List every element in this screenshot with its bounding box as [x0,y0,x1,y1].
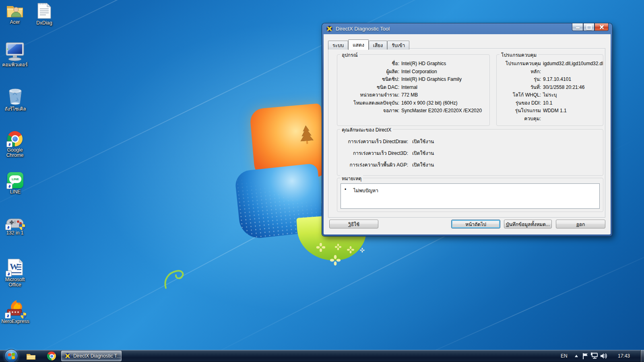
notes-listbox[interactable]: • ไม่พบปัญหา [341,183,600,209]
explorer-taskbar-icon[interactable] [26,351,36,361]
desktop: Acer DxDiag คอมพิวเตอร์ [0,0,644,362]
driver-row: รุ่น:9.17.10.4101 [499,76,602,84]
network-tray-icon[interactable] [589,351,600,361]
shortcut-arrow-icon [5,224,11,230]
next-page-button[interactable]: หน้าถัดไป [451,220,500,228]
desktop-icon-recycle-bin[interactable]: ถังรีไซเคิล [2,87,28,112]
desktop-icon-line[interactable]: LINE LINE [2,172,28,195]
field-label: รุ่น: [499,76,541,84]
minimize-icon [576,27,580,29]
device-row: ชนิด DAC:Internal [340,84,487,92]
line-icon-text: LINE [9,175,21,183]
flower-sparkle-icon [335,244,341,250]
notes-group: • ไม่พบปัญหา [337,178,603,212]
user-folder-icon [6,3,24,19]
maximize-icon [586,25,592,30]
tab-strip: ระบบ แสดง เสียง รับเข้า [328,39,409,49]
field-label: รุ่นโปรแกรมควบคุม: [499,107,541,123]
volume-tray-icon[interactable] [599,351,609,361]
desktop-icon-label: ถังรีไซเคิล [4,107,26,112]
device-row: ชื่อ:Intel(R) HD Graphics [340,60,487,68]
field-value: 9.17.10.4101 [543,76,571,84]
field-value: ไม่ระบุ [543,91,557,99]
field-value: igdumd32.dll,igd10umd32.dll,igd [543,60,603,76]
chrome-icon [47,352,56,360]
field-label: การเร่งความเร็ว DirectDraw: [340,136,408,148]
desktop-icon-132-in-1[interactable]: 132 in 1 [0,217,29,236]
dxdiag-window[interactable]: DirectX Diagnostic Tool ระบบ แสดง เสียง … [322,23,612,236]
directx-icon [64,353,71,359]
desktop-icon-label: Microsoft Office [0,277,29,288]
help-button[interactable]: วิธีใช้ [329,220,378,228]
taskbar-button-dxdiag[interactable]: DirectX Diagnostic T... [61,351,122,361]
feature-row: การเร่งความเร็ว DirectDraw:เปิดใช้งาน [340,136,601,148]
save-all-information-button[interactable]: บันทึกข้อมูลทั้งหมด... [504,220,552,228]
green-curl-decoration [163,265,187,290]
shortcut-arrow-icon [6,271,12,277]
desktop-icon-acer[interactable]: Acer [2,3,27,25]
field-label: รุ่นของ DDI: [499,99,541,107]
desktop-icon-computer[interactable]: คอมพิวเตอร์ [0,42,29,68]
tab-system[interactable]: ระบบ [328,41,348,49]
desktop-icon-dxdiag[interactable]: DxDiag [32,2,57,26]
field-value: Internal [401,84,417,92]
device-row: ผู้ผลิต:Intel Corporation [340,68,487,76]
tab-input[interactable]: รับเข้า [387,41,409,49]
network-icon [590,352,599,360]
shortcut-arrow-icon [6,141,12,147]
start-button[interactable] [4,349,18,362]
directx-icon [326,25,333,32]
desktop-icon-label: NeroExpress [1,319,29,324]
tab-sound[interactable]: เสียง [369,41,387,49]
window-client-area: ระบบ แสดง เสียง รับเข้า ชื่อ:Intel(R) HD… [324,34,611,234]
tab-display[interactable]: แสดง [348,39,369,50]
field-value: WDDM 1.1 [543,107,567,123]
field-value: Intel(R) HD Graphics [401,60,446,68]
desktop-icon-neroexpress[interactable]: NeroExpress [0,299,31,324]
desktop-icon-label: 132 in 1 [6,230,24,236]
device-row: ชนิดชิป:Intel(R) HD Graphics Family [340,76,487,84]
text-document-icon [37,2,52,19]
desktop-icon-label: Acer [10,20,20,25]
feature-row: การเร่งความเร็วพื้นผิว AGP:เปิดใช้งาน [340,159,601,171]
device-row: หน่วยความจำรวม:772 MB [340,91,487,99]
display-tab-page: ชื่อ:Intel(R) HD Graphics ผู้ผลิต:Intel … [328,48,605,218]
shortcut-arrow-icon [5,313,11,319]
desktop-icon-label: คอมพิวเตอร์ [2,62,27,68]
field-value: 644 x 362 (32 bit) (60Hz) [401,99,457,107]
field-label: หน่วยความจำรวม: [340,91,399,99]
window-title: DirectX Diagnostic Tool [336,26,390,32]
taskbar-button-label: DirectX Diagnostic T... [73,353,121,359]
field-label: ชนิดชิป: [340,76,399,84]
field-label: โลโก้ WHQL: [499,91,541,99]
close-button[interactable] [594,23,609,31]
window-titlebar[interactable]: DirectX Diagnostic Tool [322,23,612,34]
field-label: โหมดแสดงผลปัจจุบัน: [340,99,399,107]
language-indicator[interactable]: EN [561,353,568,359]
field-value: 772 MB [401,91,418,99]
field-value: SyncMaster E2020 /E2020X /EX2020 [401,107,482,115]
field-label: การเร่งความเร็ว Direct3D: [340,148,408,159]
show-hidden-icons-button[interactable] [575,355,578,357]
desktop-icon-microsoft-office[interactable]: W Microsoft Office [0,258,29,288]
show-desktop-button[interactable] [640,350,644,362]
clock[interactable]: 17:43 [613,353,635,359]
field-label: ชื่อ: [340,60,399,68]
note-item: • ไม่พบปัญหา [341,184,599,194]
field-value: 10.1 [543,99,552,107]
maximize-button[interactable] [583,23,594,31]
exit-button[interactable]: ออก [556,220,605,228]
notes-group-title: หมายเหตุ [340,175,363,182]
field-value: 30/1/2558 20:21:46 [543,84,584,92]
desktop-icon-google-chrome[interactable]: Google Chrome [0,131,29,158]
driver-row: วันที่:30/1/2558 20:21:46 [499,84,602,92]
recycle-bin-icon [7,87,24,105]
device-group: ชื่อ:Intel(R) HD Graphics ผู้ผลิต:Intel … [337,54,490,126]
field-label: การเร่งความเร็วพื้นผิว AGP: [340,159,408,171]
desktop-icon-label: Google Chrome [0,148,29,158]
taskbar: DirectX Diagnostic T... EN 1 [0,350,644,362]
minimize-button[interactable] [572,23,583,31]
chrome-taskbar-icon[interactable] [46,351,57,361]
directx-features-group: การเร่งความเร็ว DirectDraw:เปิดใช้งาน กา… [337,129,603,176]
folder-icon [26,352,36,360]
